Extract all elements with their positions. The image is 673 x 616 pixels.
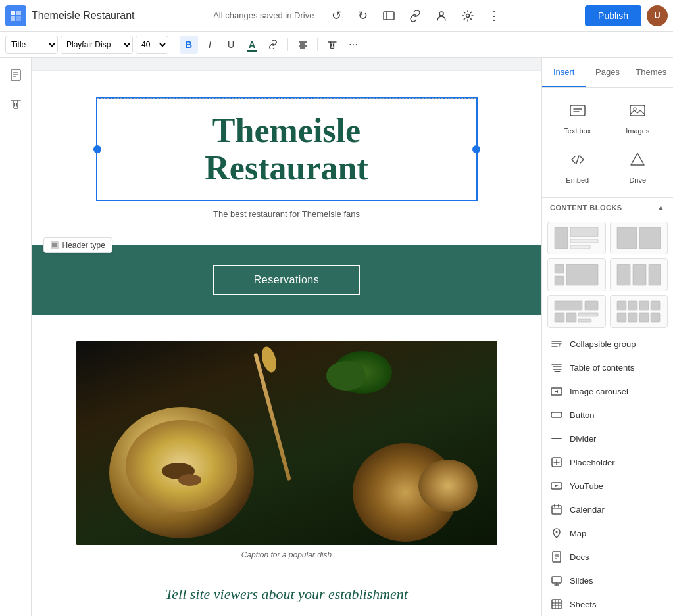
link-button[interactable] <box>403 4 427 28</box>
block-item-3[interactable] <box>547 258 606 291</box>
svg-rect-55 <box>639 313 649 322</box>
app-title: Themeisle Restaurant <box>32 10 135 22</box>
preview-button[interactable] <box>377 4 401 28</box>
svg-marker-66 <box>555 390 558 393</box>
svg-rect-36 <box>639 227 661 249</box>
block-item-6[interactable] <box>610 295 668 328</box>
docs-label: Docs <box>570 552 589 562</box>
food-section: Caption for a popular dish <box>32 315 541 566</box>
content-blocks-header: CONTENT BLOCKS ▲ <box>542 197 673 218</box>
underline-button[interactable]: U <box>222 36 240 54</box>
content-list-button[interactable]: Button <box>542 403 673 427</box>
svg-point-27 <box>634 108 636 110</box>
save-status: All changes saved in Drive <box>213 11 314 20</box>
svg-rect-49 <box>617 301 626 310</box>
collapsible-group-icon: T <box>550 337 563 350</box>
user-avatar[interactable]: U <box>647 5 668 26</box>
format-bar: Title Heading 1 Heading 2 Normal text Pl… <box>0 32 673 58</box>
title-text-box[interactable]: Themeisle Restaurant <box>96 97 478 201</box>
content-list-sheets[interactable]: Sheets <box>542 592 673 616</box>
people-button[interactable] <box>430 4 453 28</box>
insert-drive[interactable]: Drive <box>608 143 668 192</box>
topbar-center: All changes saved in Drive ↺ ↻ ⋮ <box>140 4 580 28</box>
insert-text-box[interactable]: Text box <box>547 93 608 143</box>
content-list-table-of-contents[interactable]: Table of contents <box>542 356 673 379</box>
header-type-icon <box>51 241 59 249</box>
italic-button[interactable]: I <box>201 36 219 54</box>
tab-themes[interactable]: Themes <box>630 58 673 87</box>
content-list-youtube[interactable]: YouTube <box>542 474 673 498</box>
drive-label: Drive <box>629 176 646 184</box>
site-title: Themeisle Restaurant <box>205 112 368 187</box>
content-list-map[interactable]: Map <box>542 521 673 545</box>
content-list-divider[interactable]: Divider <box>542 427 673 450</box>
svg-line-28 <box>576 156 579 164</box>
undo-button[interactable]: ↺ <box>324 4 348 28</box>
block-item-5[interactable] <box>547 295 606 328</box>
content-list: T Collapsible group Table of contents Im… <box>542 332 673 616</box>
insert-grid: Text box Images Embed Drive <box>542 88 673 197</box>
table-of-contents-icon <box>550 361 563 374</box>
topbar-right: Publish U <box>585 5 668 26</box>
svg-rect-0 <box>11 11 15 15</box>
svg-rect-32 <box>570 227 598 237</box>
insert-embed[interactable]: Embed <box>547 143 608 192</box>
block-grid <box>542 218 673 332</box>
more-button[interactable]: ⋮ <box>482 4 506 28</box>
collapse-icon[interactable]: ▲ <box>657 203 665 212</box>
svg-rect-43 <box>555 301 582 310</box>
tab-pages[interactable]: Pages <box>586 58 629 87</box>
sidebar-pages-button[interactable] <box>4 63 28 87</box>
resize-handle-right[interactable] <box>472 145 480 153</box>
svg-rect-4 <box>384 12 394 20</box>
font-select[interactable]: Playfair Disp Arial Times New Roman <box>61 36 133 54</box>
placeholder-label: Placeholder <box>570 458 615 467</box>
content-list-collapsible-group[interactable]: T Collapsible group <box>542 332 673 356</box>
block-item-4[interactable] <box>610 258 668 291</box>
insert-images[interactable]: Images <box>608 93 668 143</box>
divider-3 <box>317 38 318 51</box>
redo-button[interactable]: ↻ <box>351 4 374 28</box>
text-color-button[interactable]: A <box>243 36 261 54</box>
youtube-icon <box>550 479 563 492</box>
sheets-label: Sheets <box>570 600 596 609</box>
sheets-icon <box>550 598 563 611</box>
svg-marker-73 <box>555 485 559 487</box>
delete-format-button[interactable] <box>323 36 341 54</box>
size-select[interactable]: 40 32 24 16 <box>136 36 168 54</box>
canvas-header: Themeisle Restaurant The best restaurant… <box>32 71 541 232</box>
content-list-slides[interactable]: Slides <box>542 569 673 592</box>
content-list-calendar[interactable]: Calendar <box>542 498 673 521</box>
content-list-image-carousel[interactable]: Image carousel <box>542 379 673 403</box>
bold-button[interactable]: B <box>180 36 198 54</box>
resize-handle-left[interactable] <box>93 145 101 153</box>
svg-rect-83 <box>552 577 561 583</box>
block-item-2[interactable] <box>610 222 668 254</box>
left-sidebar <box>0 58 32 616</box>
svg-point-7 <box>466 14 470 17</box>
food-image <box>76 341 497 545</box>
block-item-1[interactable] <box>547 222 606 254</box>
sidebar-delete-button[interactable] <box>4 92 28 116</box>
svg-rect-33 <box>570 239 598 243</box>
content-list-placeholder[interactable]: Placeholder <box>542 450 673 474</box>
publish-button[interactable]: Publish <box>585 5 641 26</box>
divider-icon <box>550 432 563 445</box>
content-blocks-label: CONTENT BLOCKS <box>550 204 622 212</box>
svg-rect-50 <box>628 301 637 310</box>
link-format-button[interactable] <box>264 36 282 54</box>
calendar-icon <box>550 503 563 516</box>
site-subtitle: The best restaurant for Themeisle fans <box>213 209 360 219</box>
content-list-docs[interactable]: Docs <box>542 545 673 569</box>
more-format-button[interactable]: ⋯ <box>344 36 362 54</box>
style-select[interactable]: Title Heading 1 Heading 2 Normal text <box>5 36 58 54</box>
food-image-caption: Caption for a popular dish <box>241 550 332 559</box>
settings-button[interactable] <box>456 4 480 28</box>
collapsible-group-label: Collapsible group <box>570 339 636 349</box>
tab-insert[interactable]: Insert <box>542 58 586 87</box>
align-button[interactable] <box>293 36 312 54</box>
reservations-button[interactable]: Reservations <box>213 265 360 295</box>
header-type-label[interactable]: Header type <box>43 237 112 253</box>
image-carousel-icon <box>550 385 563 398</box>
divider-label: Divider <box>570 434 596 444</box>
